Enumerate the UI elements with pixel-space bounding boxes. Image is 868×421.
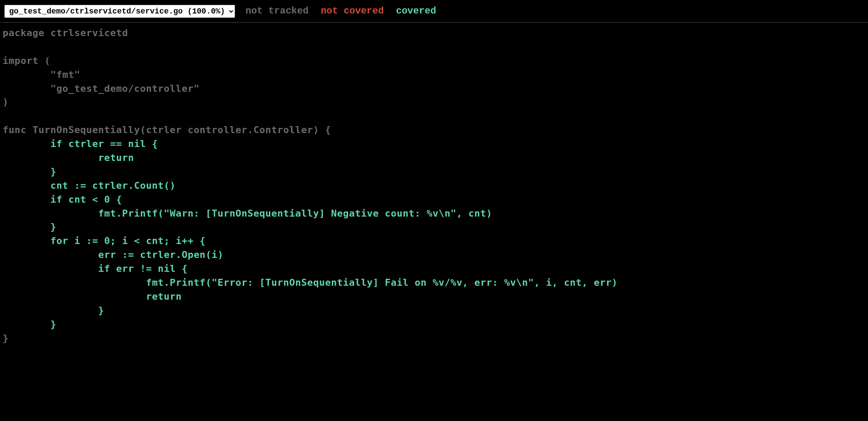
legend-covered: covered [396,4,436,18]
code-line: cnt := ctrler.Count() [3,180,176,191]
code-line: import ( [3,55,50,66]
coverage-topbar: go_test_demo/ctrlservicetd/service.go (1… [0,0,868,23]
code-line: } [3,166,56,177]
code-line: } [3,221,56,232]
code-line: "fmt" [3,69,80,80]
code-line: return [3,291,182,302]
legend-not-covered: not covered [321,4,384,18]
code-line: if err != nil { [3,263,188,274]
code-line: } [3,305,104,316]
code-line: } [3,319,56,330]
code-line: fmt.Printf("Error: [TurnOnSequentially] … [3,277,618,288]
legend-not-tracked: not tracked [245,4,308,18]
code-line: } [3,333,9,344]
code-line: if cnt < 0 { [3,194,122,205]
file-selector[interactable]: go_test_demo/ctrlservicetd/service.go (1… [4,5,235,18]
coverage-legend: not tracked not covered covered [245,4,436,18]
code-line: package ctrlservicetd [3,27,128,38]
code-line: fmt.Printf("Warn: [TurnOnSequentially] N… [3,208,492,219]
code-line: if ctrler == nil { [3,138,158,149]
source-code-view: package ctrlservicetd import ( "fmt" "go… [0,23,868,345]
code-line: "go_test_demo/controller" [3,83,200,94]
code-line: ) [3,97,9,107]
code-line: func TurnOnSequentially(ctrler controlle… [3,124,331,135]
code-line: for i := 0; i < cnt; i++ { [3,235,205,246]
code-line: err := ctrler.Open(i) [3,249,224,260]
code-line: return [3,152,134,163]
